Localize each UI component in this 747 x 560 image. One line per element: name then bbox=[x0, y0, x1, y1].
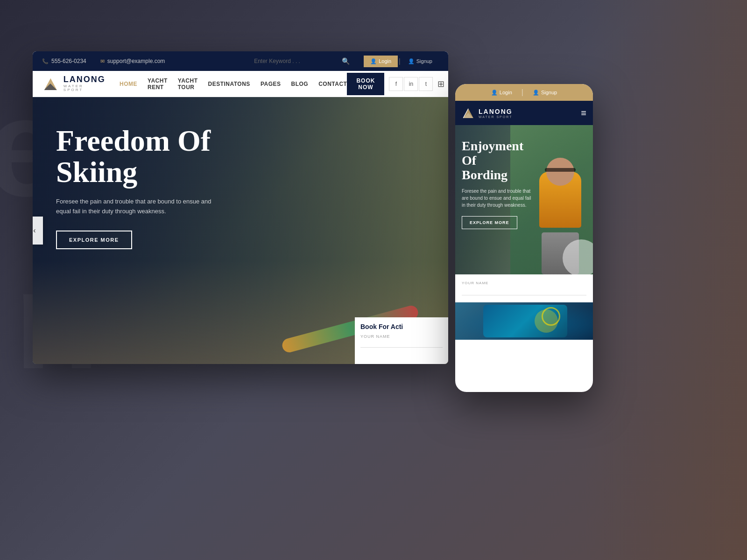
signup-label: Signup bbox=[416, 58, 432, 64]
mobile-explore-button[interactable]: EXPLORE MORE bbox=[462, 216, 517, 229]
mobile-login-label: Login bbox=[500, 90, 512, 95]
mobile-login-button[interactable]: 👤 Login bbox=[491, 90, 512, 96]
auth-area: 👤 Login | 👤 Signup bbox=[364, 56, 439, 67]
search-area: 🔍 bbox=[254, 57, 350, 65]
mobile-name-label: YOUR NAME bbox=[462, 281, 586, 285]
prev-arrow-icon: ‹ bbox=[33, 226, 35, 235]
mobile-hero-title: Enjoyment Of Bording bbox=[462, 139, 536, 182]
mobile-signup-user-icon: 👤 bbox=[533, 90, 539, 96]
mobile-signup-label: Signup bbox=[541, 90, 557, 95]
nav-home[interactable]: HOME bbox=[120, 81, 137, 87]
mobile-logo: LANONG WATER SPORT bbox=[462, 106, 581, 119]
search-input[interactable] bbox=[254, 58, 338, 64]
signup-user-icon: 👤 bbox=[408, 58, 415, 64]
logo-text: LANONG WATER SPORT bbox=[63, 75, 106, 92]
nav-contact[interactable]: CONTACT bbox=[318, 81, 347, 87]
login-label: Login bbox=[379, 58, 391, 64]
bg-right-overlay bbox=[584, 0, 747, 560]
book-form-title: Book For Acti bbox=[360, 323, 443, 330]
book-form-strip: Book For Acti YOUR NAME bbox=[355, 317, 448, 364]
mobile-name-input[interactable] bbox=[462, 288, 586, 295]
mobile-top-bar: 👤 Login | 👤 Signup bbox=[455, 84, 593, 101]
desktop-navbar: LANONG WATER SPORT HOME YACHT RENT YACHT… bbox=[33, 71, 448, 97]
logo-icon bbox=[42, 75, 59, 92]
mobile-book-form: YOUR NAME bbox=[455, 274, 593, 302]
mobile-person bbox=[535, 158, 586, 274]
phone-contact: 📞 555-626-0234 bbox=[42, 58, 86, 64]
grid-icon[interactable]: ⊞ bbox=[434, 77, 448, 91]
mobile-logo-text: LANONG WATER SPORT bbox=[479, 108, 513, 119]
mobile-logo-name: LANONG bbox=[479, 108, 513, 115]
book-name-input[interactable] bbox=[360, 340, 443, 348]
book-now-button[interactable]: BOOK NOW bbox=[347, 73, 384, 95]
mobile-logo-icon bbox=[462, 106, 475, 119]
hero-title: Freedom Of Skiing bbox=[56, 125, 215, 188]
desktop-top-bar: 📞 555-626-0234 ✉ support@example.com 🔍 👤… bbox=[33, 51, 448, 71]
social-icons: f in t ⊞ bbox=[389, 77, 448, 91]
mobile-hero: Enjoyment Of Bording Foresee the pain an… bbox=[455, 125, 593, 274]
email-address: support@example.com bbox=[107, 58, 165, 64]
email-contact: ✉ support@example.com bbox=[100, 58, 165, 64]
nav-pages[interactable]: PAGES bbox=[261, 81, 281, 87]
mobile-auth-sep: | bbox=[521, 88, 523, 97]
mobile-hero-description: Foresee the pain and trouble that are bo… bbox=[462, 188, 534, 209]
mobile-menu-icon[interactable]: ≡ bbox=[581, 108, 586, 119]
hero-title-line1: Freedom Of bbox=[56, 124, 211, 157]
mobile-navbar: LANONG WATER SPORT ≡ bbox=[455, 101, 593, 125]
mobile-hero-title-line2: Bording bbox=[462, 168, 507, 182]
phone-number: 555-626-0234 bbox=[51, 58, 86, 64]
explore-more-button[interactable]: EXPLORE MORE bbox=[56, 231, 132, 249]
mobile-image-strip bbox=[455, 302, 593, 340]
auth-separator: | bbox=[399, 57, 401, 65]
user-icon: 👤 bbox=[370, 58, 377, 64]
mobile-image-content bbox=[455, 302, 593, 340]
nav-yacht-tour[interactable]: YACHT TOUR bbox=[178, 77, 198, 91]
mobile-user-icon: 👤 bbox=[491, 90, 498, 96]
mobile-mockup: 👤 Login | 👤 Signup LANONG WATER SPORT ≡ bbox=[455, 84, 593, 392]
signup-button[interactable]: 👤 Signup bbox=[402, 56, 439, 67]
logo-name: LANONG bbox=[63, 75, 106, 84]
hero-description: Foresee the pain and trouble that are bo… bbox=[56, 197, 215, 217]
logo-sub: WATER SPORT bbox=[63, 84, 106, 93]
desktop-logo: LANONG WATER SPORT bbox=[42, 75, 106, 92]
mobile-hero-title-line1: Enjoyment Of bbox=[462, 139, 523, 168]
hero-title-line2: Skiing bbox=[56, 155, 137, 189]
nav-yacht-rent[interactable]: YACHT RENT bbox=[148, 77, 168, 91]
nav-destinations[interactable]: DESTINATONS bbox=[208, 81, 250, 87]
twitter-icon[interactable]: t bbox=[419, 77, 433, 91]
desktop-hero: ‹ Freedom Of Skiing Foresee the pain and… bbox=[33, 97, 448, 364]
mobile-logo-sub: WATER SPORT bbox=[479, 115, 513, 119]
mobile-signup-button[interactable]: 👤 Signup bbox=[533, 90, 557, 96]
login-button[interactable]: 👤 Login bbox=[364, 56, 398, 67]
phone-icon: 📞 bbox=[42, 58, 49, 64]
desktop-mockup: 📞 555-626-0234 ✉ support@example.com 🔍 👤… bbox=[33, 51, 448, 364]
nav-blog[interactable]: BLOG bbox=[291, 81, 309, 87]
facebook-icon[interactable]: f bbox=[389, 77, 403, 91]
nav-links: HOME YACHT RENT YACHT TOUR DESTINATONS P… bbox=[120, 77, 347, 91]
email-icon: ✉ bbox=[100, 58, 105, 64]
hero-person-bg bbox=[271, 163, 364, 327]
search-icon: 🔍 bbox=[342, 57, 350, 65]
linkedin-icon[interactable]: in bbox=[404, 77, 418, 91]
mobile-hero-content: Enjoyment Of Bording Foresee the pain an… bbox=[462, 139, 536, 229]
hero-content: Freedom Of Skiing Foresee the pain and t… bbox=[56, 125, 215, 249]
book-name-label: YOUR NAME bbox=[360, 334, 443, 339]
prev-arrow[interactable]: ‹ bbox=[33, 217, 43, 245]
